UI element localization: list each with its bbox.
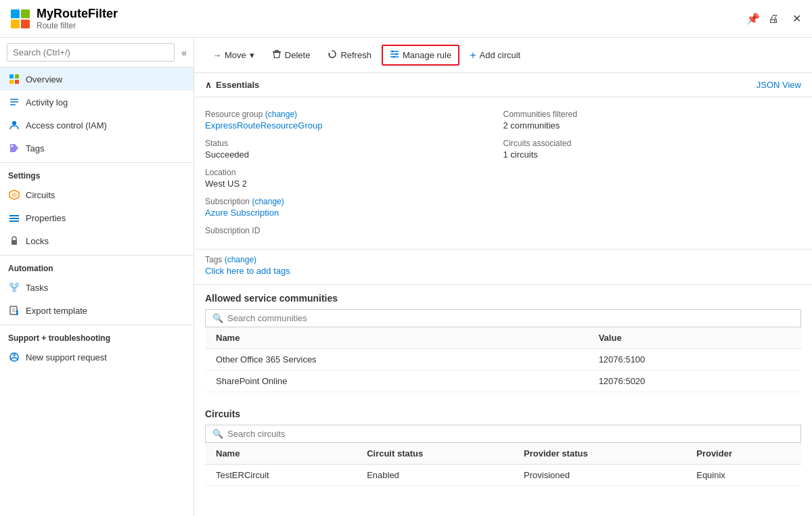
svg-rect-2: [11, 20, 20, 28]
sidebar-item-label: Circuits: [26, 190, 55, 200]
support-section-label: Support + troubleshooting: [0, 325, 194, 346]
title-bar-actions: 📌 🖨 ✕: [746, 12, 801, 25]
svg-rect-16: [9, 215, 19, 216]
sidebar-item-overview[interactable]: Overview: [0, 68, 194, 91]
svg-point-22: [12, 288, 16, 292]
main-layout: « Overview Acti: [0, 38, 812, 516]
essentials-grid: Resource group (change) ExpressRouteReso…: [194, 97, 812, 250]
collapse-essentials-icon[interactable]: ∧: [205, 80, 212, 90]
svg-line-23: [12, 287, 14, 288]
svg-rect-1: [21, 9, 30, 18]
subscription-label: Subscription (change): [205, 197, 503, 206]
communities-table: Name Value Other Office 365 Services 120…: [205, 327, 801, 392]
communities-search-input[interactable]: [227, 313, 794, 323]
search-input[interactable]: [7, 43, 175, 62]
essentials-label: Essentials: [216, 80, 259, 90]
essentials-left: Resource group (change) ExpressRouteReso…: [205, 105, 503, 241]
collapse-button[interactable]: «: [181, 47, 187, 58]
subscription-value-link[interactable]: Azure Subscription: [205, 208, 279, 218]
move-icon: →: [212, 50, 221, 60]
table-row: Other Office 365 Services 12076:5100: [205, 349, 801, 371]
sidebar-item-label: Activity log: [26, 97, 68, 108]
delete-label: Delete: [285, 50, 311, 60]
community-value-1: 12076:5100: [588, 349, 801, 371]
overview-icon: [8, 73, 20, 85]
sidebar-item-properties[interactable]: Properties: [0, 206, 194, 229]
settings-section-label: Settings: [0, 162, 194, 183]
svg-rect-9: [10, 101, 18, 103]
manage-rule-label: Manage rule: [403, 50, 451, 60]
circuits-col-name: Name: [205, 443, 356, 465]
tags-change-link[interactable]: (change): [225, 255, 256, 264]
svg-point-21: [15, 283, 19, 287]
essentials-title: ∧ Essentials: [205, 80, 259, 90]
community-name-1: Other Office 365 Services: [205, 349, 588, 371]
circuits-col-provider: Provider: [685, 443, 801, 465]
print-icon[interactable]: 🖨: [768, 13, 779, 25]
sidebar-item-circuits[interactable]: Circuits: [0, 183, 194, 206]
communities-section: Allowed service communities 🔍 Name Value…: [194, 285, 812, 400]
circuits-section: Circuits 🔍 Name Circuit status Provider …: [194, 400, 812, 494]
svg-rect-6: [9, 80, 14, 84]
communities-col-name: Name: [205, 327, 588, 349]
svg-rect-8: [10, 99, 18, 100]
sidebar-item-label: Export template: [26, 306, 87, 316]
svg-line-24: [14, 287, 17, 288]
svg-rect-17: [9, 218, 19, 219]
tasks-icon: [8, 281, 20, 294]
export-template-icon: [8, 304, 20, 316]
sidebar-item-tasks[interactable]: Tasks: [0, 276, 194, 299]
delete-button[interactable]: Delete: [265, 45, 318, 65]
pin-icon[interactable]: 📌: [746, 12, 760, 25]
subscription-change-link[interactable]: (change): [252, 197, 284, 206]
sidebar-item-activity-log[interactable]: Activity log: [0, 91, 194, 114]
title-text: MyRouteFilter Route filter: [37, 7, 746, 30]
resource-group-item: Resource group (change) ExpressRouteReso…: [205, 105, 503, 135]
subscription-id-label: Subscription ID: [205, 226, 503, 235]
location-label: Location: [205, 168, 503, 177]
sidebar-item-locks[interactable]: Locks: [0, 229, 194, 252]
add-tags-link[interactable]: Click here to add tags: [205, 266, 290, 276]
status-item: Status Succeeded: [205, 135, 503, 164]
refresh-label: Refresh: [340, 50, 371, 60]
communities-filtered-value: 2 communities: [503, 120, 802, 131]
svg-rect-10: [10, 104, 16, 105]
sidebar-item-label: Overview: [26, 74, 62, 85]
communities-section-title: Allowed service communities: [205, 293, 801, 304]
table-row: TestERCircuit Enabled Provisioned Equini…: [205, 465, 801, 486]
svg-rect-7: [15, 80, 19, 84]
sidebar-item-label: Access control (IAM): [26, 120, 107, 131]
subscription-id-item: Subscription ID: [205, 222, 503, 241]
add-circuit-button[interactable]: + Add circuit: [462, 45, 528, 66]
svg-rect-25: [10, 306, 17, 314]
circuits-associated-label: Circuits associated: [503, 139, 802, 148]
toolbar: → Move ▾ Delete Refresh Mana: [194, 38, 812, 73]
essentials-right: Communities filtered 2 communities Circu…: [503, 105, 802, 241]
move-button[interactable]: → Move ▾: [205, 46, 262, 64]
svg-point-37: [395, 53, 397, 55]
refresh-button[interactable]: Refresh: [320, 45, 379, 65]
sidebar-item-label: Tasks: [26, 283, 48, 293]
sidebar-item-access-control[interactable]: Access control (IAM): [0, 114, 194, 137]
json-view-link[interactable]: JSON View: [757, 80, 801, 90]
circuits-search-input[interactable]: [227, 429, 794, 439]
sidebar-item-new-support-request[interactable]: New support request: [0, 346, 194, 369]
manage-rule-button[interactable]: Manage rule: [382, 45, 459, 66]
svg-point-11: [12, 121, 16, 125]
search-circuits-icon: 🔍: [212, 429, 223, 439]
circuit-provider-status-1: Provisioned: [513, 465, 685, 486]
sidebar-item-export-template[interactable]: Export template: [0, 299, 194, 322]
svg-rect-18: [9, 220, 19, 222]
circuits-associated-value: 1 circuits: [503, 149, 802, 160]
close-button[interactable]: ✕: [792, 12, 801, 25]
sidebar-search-container: «: [0, 38, 194, 68]
resource-group-value-link[interactable]: ExpressRouteResourceGroup: [205, 120, 322, 131]
resource-icon: [11, 9, 30, 28]
sidebar-item-tags[interactable]: Tags: [0, 137, 194, 160]
move-chevron-icon: ▾: [250, 50, 254, 60]
add-circuit-label: Add circuit: [480, 50, 521, 60]
circuit-name-1: TestERCircuit: [205, 465, 356, 486]
community-name-2: SharePoint Online: [205, 371, 588, 392]
circuits-icon: [8, 189, 20, 201]
resource-group-change-link[interactable]: (change): [265, 110, 297, 119]
